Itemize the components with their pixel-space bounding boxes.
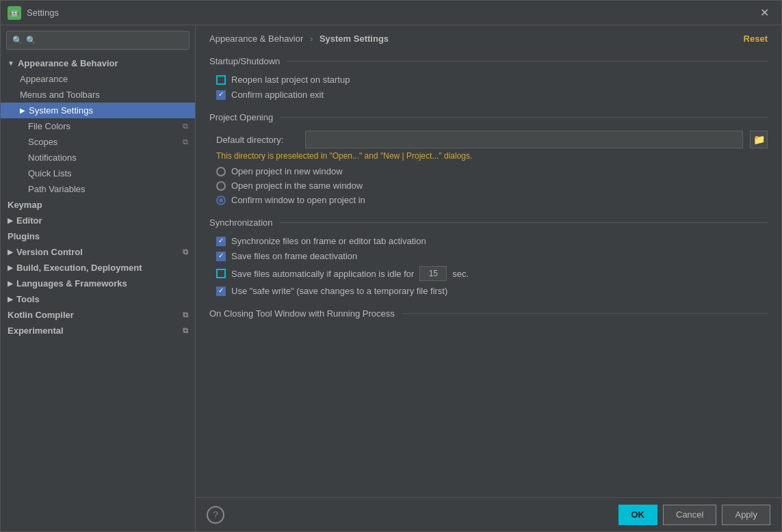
breadcrumb-current: System Settings: [320, 34, 389, 44]
ok-button[interactable]: OK: [618, 505, 658, 525]
cancel-button[interactable]: Cancel: [663, 505, 716, 525]
sidebar-item-label: Version Control: [16, 247, 83, 257]
default-dir-input[interactable]: [305, 131, 743, 148]
sidebar-item-notifications[interactable]: Notifications: [1, 150, 195, 165]
confirm-window-label: Confirm window to open project in: [231, 195, 365, 205]
idle-suffix: sec.: [452, 269, 469, 279]
same-window-radio[interactable]: [216, 181, 226, 191]
bottom-bar: ? OK Cancel Apply: [196, 497, 781, 531]
sidebar-item-label: Appearance: [20, 74, 68, 84]
apply-button[interactable]: Apply: [722, 505, 770, 525]
save-deactivation-label: Save files on frame deactivation: [231, 251, 357, 261]
expand-arrow: ▶: [20, 107, 25, 114]
sidebar-item-build-execution[interactable]: ▶ Build, Execution, Deployment: [1, 260, 195, 276]
breadcrumb-parent: Appearance & Behavior: [209, 34, 303, 44]
sidebar-item-version-control[interactable]: ▶ Version Control ⧉: [1, 244, 195, 260]
copy-icon: ⧉: [183, 248, 188, 256]
save-idle-checkbox[interactable]: [216, 269, 226, 278]
sidebar-item-label: Scopes: [28, 137, 57, 147]
sidebar-item-keymap[interactable]: Keymap: [1, 197, 195, 213]
expand-arrow: ▶: [8, 264, 13, 271]
titlebar: 🤖 Settings ✕: [1, 1, 781, 25]
reopen-checkbox[interactable]: [216, 75, 226, 85]
main-panel: Appearance & Behavior › System Settings …: [196, 25, 781, 531]
close-button[interactable]: ✕: [755, 5, 774, 21]
default-directory-row: Default directory: 📁: [216, 131, 768, 148]
confirm-window-radio[interactable]: [216, 196, 226, 205]
search-icon: 🔍: [12, 36, 23, 45]
sidebar-item-label: Menus and Toolbars: [20, 90, 100, 100]
sidebar-item-label: Tools: [16, 294, 40, 304]
search-input[interactable]: [26, 36, 183, 45]
sidebar-item-label: File Colors: [28, 121, 70, 131]
main-header: Appearance & Behavior › System Settings …: [196, 25, 781, 49]
sync-files-row: Synchronize files on frame or editor tab…: [216, 236, 768, 246]
sidebar-item-kotlin-compiler[interactable]: Kotlin Compiler ⧉: [1, 307, 195, 323]
sidebar-item-editor[interactable]: ▶ Editor: [1, 213, 195, 228]
same-window-label: Open project in the same window: [231, 181, 363, 191]
sidebar-item-experimental[interactable]: Experimental ⧉: [1, 323, 195, 338]
sidebar-item-file-colors[interactable]: File Colors ⧉: [1, 118, 195, 134]
content-area: 🔍 ▼ Appearance & Behavior Appearance Men…: [1, 25, 781, 531]
copy-icon: ⧉: [183, 137, 188, 146]
sidebar-item-languages-frameworks[interactable]: ▶ Languages & Frameworks: [1, 276, 195, 291]
confirm-exit-row: Confirm application exit: [216, 90, 768, 100]
save-idle-label: Save files automatically if application …: [231, 269, 414, 279]
sync-files-checkbox[interactable]: [216, 237, 226, 246]
sidebar-item-label: Notifications: [28, 152, 77, 163]
sidebar-item-quick-lists[interactable]: Quick Lists: [1, 165, 195, 181]
sidebar-item-label: Build, Execution, Deployment: [16, 263, 142, 273]
sync-section-header: Synchronization: [209, 217, 768, 228]
sidebar-item-plugins[interactable]: Plugins: [1, 228, 195, 244]
window-title: Settings: [27, 8, 755, 18]
idle-seconds-input[interactable]: [419, 266, 447, 281]
confirm-exit-label: Confirm application exit: [231, 90, 324, 100]
sidebar-item-label: Path Variables: [28, 184, 86, 194]
reset-button[interactable]: Reset: [744, 34, 768, 44]
expand-arrow: ▶: [8, 295, 13, 303]
new-window-option[interactable]: Open project in new window: [216, 166, 768, 176]
sidebar-item-label: System Settings: [29, 105, 93, 116]
sidebar-item-label: Plugins: [8, 231, 40, 241]
startup-section-header: Startup/Shutdown: [209, 56, 768, 66]
search-box[interactable]: 🔍: [6, 31, 190, 50]
default-dir-label: Default directory:: [216, 135, 298, 145]
safe-write-row: Use "safe write" (save changes to a temp…: [216, 286, 768, 296]
expand-arrow: ▶: [8, 248, 13, 256]
sidebar-item-label: Languages & Frameworks: [16, 278, 127, 289]
main-content: Startup/Shutdown Reopen last project on …: [196, 49, 781, 497]
sidebar-item-menus-toolbars[interactable]: Menus and Toolbars: [1, 87, 195, 103]
reopen-label: Reopen last project on startup: [231, 75, 350, 85]
sidebar-item-label: Kotlin Compiler: [8, 310, 74, 320]
sidebar-item-tools[interactable]: ▶ Tools: [1, 291, 195, 307]
app-icon: 🤖: [8, 6, 21, 20]
sidebar-item-path-variables[interactable]: Path Variables: [1, 181, 195, 197]
same-window-option[interactable]: Open project in the same window: [216, 181, 768, 191]
reopen-project-row: Reopen last project on startup: [216, 75, 768, 85]
expand-arrow: ▼: [8, 59, 14, 67]
sidebar-item-label: Appearance & Behavior: [18, 58, 118, 68]
browse-folder-button[interactable]: 📁: [750, 131, 768, 148]
new-window-radio[interactable]: [216, 167, 226, 176]
project-opening-section-header: Project Opening: [209, 112, 768, 122]
sidebar-item-label: Experimental: [8, 325, 64, 336]
help-button[interactable]: ?: [207, 506, 224, 524]
sidebar-item-appearance[interactable]: Appearance: [1, 71, 195, 87]
save-deactivation-row: Save files on frame deactivation: [216, 251, 768, 261]
sidebar: 🔍 ▼ Appearance & Behavior Appearance Men…: [1, 25, 196, 531]
sidebar-item-label: Keymap: [8, 200, 42, 210]
breadcrumb-separator: ›: [310, 34, 313, 44]
project-open-options: Open project in new window Open project …: [216, 166, 768, 205]
hint-text: This directory is preselected in "Open..…: [216, 151, 768, 161]
sidebar-item-appearance-behavior[interactable]: ▼ Appearance & Behavior: [1, 55, 195, 71]
sidebar-item-system-settings[interactable]: ▶ System Settings: [1, 103, 195, 118]
save-idle-row: Save files automatically if application …: [216, 266, 768, 281]
save-deactivation-checkbox[interactable]: [216, 252, 226, 261]
copy-icon: ⧉: [183, 310, 188, 319]
safe-write-label: Use "safe write" (save changes to a temp…: [231, 286, 447, 296]
confirm-window-option[interactable]: Confirm window to open project in: [216, 195, 768, 205]
confirm-exit-checkbox[interactable]: [216, 90, 226, 100]
new-window-label: Open project in new window: [231, 166, 343, 176]
sidebar-item-scopes[interactable]: Scopes ⧉: [1, 134, 195, 150]
safe-write-checkbox[interactable]: [216, 287, 226, 296]
